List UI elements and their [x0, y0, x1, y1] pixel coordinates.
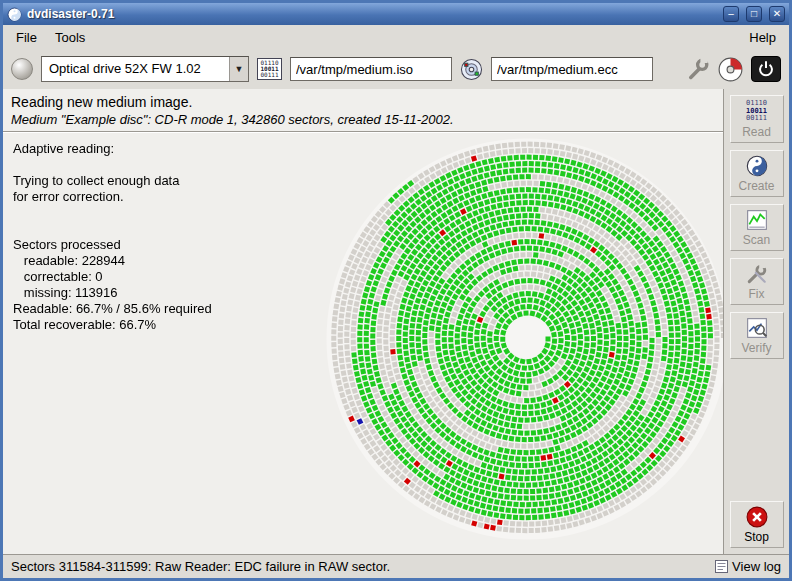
main-panel: Reading new medium image. Medium "Exampl… — [3, 89, 723, 554]
titlebar: dvdisaster-0.71 – □ ✕ — [3, 3, 789, 25]
view-log-button[interactable]: View log — [715, 559, 781, 574]
toolbar: Optical drive 52X FW 1.02 ▼ 01110 10011 … — [3, 49, 789, 89]
info-line: Sectors processed — [13, 237, 212, 253]
info-line: correctable: 0 — [13, 269, 212, 285]
stop-button-label: Stop — [744, 530, 769, 544]
scan-button-label: Scan — [743, 233, 770, 247]
ecc-file-icon — [460, 58, 483, 81]
binary-row: 00111 — [746, 115, 767, 123]
fix-button[interactable]: Fix — [730, 258, 784, 305]
menu-tools[interactable]: Tools — [46, 27, 94, 48]
info-line — [13, 157, 212, 173]
preferences-button[interactable] — [686, 57, 710, 81]
info-line — [13, 205, 212, 221]
view-log-label: View log — [732, 559, 781, 574]
wrench-icon — [686, 57, 710, 81]
info-line: missing: 113916 — [13, 285, 212, 301]
image-file-icon: 01110 10011 00111 — [257, 58, 282, 80]
drive-select[interactable]: Optical drive 52X FW 1.02 ▼ — [41, 56, 249, 82]
scan-chart-icon — [746, 209, 768, 231]
read-button[interactable]: 01110 10011 00111 Read — [730, 95, 784, 143]
close-button[interactable]: ✕ — [769, 6, 785, 22]
quit-button[interactable] — [751, 56, 781, 82]
scan-button[interactable]: Scan — [730, 204, 784, 251]
info-line: for error correction. — [13, 189, 212, 205]
info-line: Readable: 66.7% / 85.6% required — [13, 301, 212, 317]
stop-button[interactable]: Stop — [730, 501, 784, 548]
info-line — [13, 221, 212, 237]
log-icon — [715, 560, 728, 573]
maximize-button[interactable]: □ — [746, 6, 762, 22]
app-window: dvdisaster-0.71 – □ ✕ File Tools Help Op… — [0, 0, 792, 581]
info-line: Total recoverable: 66.7% — [13, 317, 212, 333]
create-button[interactable]: Create — [730, 150, 784, 197]
iso-path-input[interactable] — [290, 57, 452, 81]
statusbar: Sectors 311584-311599: Raw Reader: EDC f… — [3, 554, 789, 578]
menu-help[interactable]: Help — [740, 27, 785, 48]
app-icon — [7, 7, 22, 22]
work-area: Adaptive reading: Trying to collect enou… — [3, 133, 723, 554]
dvdisaster-disc-button[interactable] — [718, 57, 743, 82]
drive-select-value: Optical drive 52X FW 1.02 — [42, 57, 229, 81]
info-line: readable: 228944 — [13, 253, 212, 269]
verify-button-label: Verify — [741, 341, 771, 355]
status-message: Sectors 311584-311599: Raw Reader: EDC f… — [11, 559, 709, 574]
menu-file[interactable]: File — [7, 27, 46, 48]
tools-icon — [746, 263, 768, 285]
info-line: Trying to collect enough data — [13, 173, 212, 189]
reading-info: Adaptive reading: Trying to collect enou… — [13, 141, 212, 333]
status-headline: Reading new medium image. — [11, 94, 715, 110]
minimize-button[interactable]: – — [723, 6, 739, 22]
chevron-down-icon[interactable]: ▼ — [229, 57, 248, 81]
window-title: dvdisaster-0.71 — [27, 7, 716, 21]
create-button-label: Create — [738, 179, 774, 193]
binary-row: 00111 — [260, 72, 278, 78]
yin-yang-icon — [746, 155, 768, 177]
info-line: Adaptive reading: — [13, 141, 212, 157]
verify-button[interactable]: Verify — [730, 312, 784, 359]
medium-info: Medium "Example disc": CD-R mode 1, 3428… — [11, 110, 715, 127]
ecc-path-input[interactable] — [491, 57, 653, 81]
status-block: Reading new medium image. Medium "Exampl… — [3, 89, 723, 131]
action-sidebar: 01110 10011 00111 Read Create — [723, 89, 789, 554]
damaged-disc-icon — [718, 57, 743, 82]
stop-icon — [746, 506, 768, 528]
drive-icon — [11, 58, 33, 80]
fix-button-label: Fix — [749, 287, 765, 301]
content: Reading new medium image. Medium "Exampl… — [3, 89, 789, 554]
read-button-label: Read — [742, 125, 771, 139]
verify-chart-icon — [746, 317, 768, 339]
menubar: File Tools Help — [3, 25, 789, 49]
binary-icon: 01110 10011 00111 — [746, 100, 767, 123]
power-icon — [757, 60, 775, 78]
